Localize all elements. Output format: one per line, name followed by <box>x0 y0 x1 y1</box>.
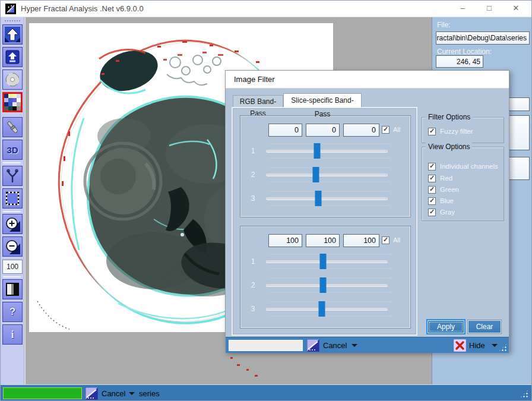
blue-checkbox[interactable] <box>428 197 436 205</box>
hide-label[interactable]: Hide <box>469 341 485 350</box>
disc-icon <box>5 72 20 87</box>
palette-swatch <box>4 106 8 110</box>
minimize-button[interactable]: – <box>449 1 476 17</box>
palette-swatch <box>8 102 12 106</box>
statusbar-cancel-dropdown-icon[interactable] <box>129 392 135 395</box>
low-value-1-field[interactable]: 0 <box>268 124 302 137</box>
high-slider-1[interactable] <box>266 254 388 269</box>
high-slider-1-thumb[interactable] <box>320 254 327 269</box>
maximize-button[interactable]: □ <box>476 1 503 17</box>
file-path-field[interactable]: Fractal\bin\Debug\Data\series <box>436 31 530 45</box>
toolbar-separator <box>3 211 21 212</box>
low-slider-1-thumb[interactable] <box>314 143 321 159</box>
dialog-resize-grip[interactable] <box>498 343 508 352</box>
palette-filter-button-selected[interactable] <box>2 92 23 112</box>
apply-button[interactable]: Apply <box>428 320 464 333</box>
high-slider-2-thumb[interactable] <box>320 277 327 293</box>
help-button[interactable]: ? <box>2 302 23 322</box>
high-value-2-field[interactable]: 100 <box>306 234 340 247</box>
slider-track <box>266 150 388 152</box>
selection-marquee-icon <box>5 191 20 206</box>
red-checkbox[interactable] <box>428 175 436 182</box>
dialog-title-bar[interactable]: Image Filter <box>226 71 509 89</box>
selection-button[interactable] <box>2 188 23 209</box>
image-artifact <box>255 375 258 377</box>
high-slider-3-label: 3 <box>249 305 256 313</box>
high-slider-2[interactable] <box>266 277 388 293</box>
fuzzy-filter-label: Fuzzy filter <box>440 128 473 135</box>
high-slider-3-thumb[interactable] <box>319 301 325 317</box>
current-location-label: Current Location: <box>437 48 492 56</box>
tab-rgb-band-pass[interactable]: RGB Band-Pass <box>233 95 283 108</box>
contrast-icon <box>5 282 20 297</box>
cancel-task-icon[interactable] <box>86 387 98 400</box>
slider-track <box>266 284 388 286</box>
title-bar: Hyper Fractal Analysis .Net v6.9.0.0 – □… <box>1 1 532 17</box>
low-slider-2[interactable] <box>266 167 388 182</box>
filter-options-group: Filter Options Fuzzy filter <box>422 117 504 143</box>
export-slice-button[interactable] <box>2 47 23 67</box>
toolbar-grip[interactable] <box>4 20 21 22</box>
3d-view-button[interactable]: 3D <box>2 140 23 160</box>
green-checkbox[interactable] <box>428 186 436 194</box>
high-slider-3[interactable] <box>266 301 388 317</box>
contrast-button[interactable] <box>2 279 23 299</box>
gray-label: Gray <box>440 209 455 216</box>
tab-slice-specific-band-pass[interactable]: Slice-specific Band-Pass <box>283 93 362 108</box>
high-value-3-field[interactable]: 100 <box>343 234 379 247</box>
low-slider-2-label: 2 <box>249 170 256 179</box>
navigate-up-button[interactable] <box>2 24 23 45</box>
individual-channels-checkbox[interactable] <box>428 163 436 170</box>
high-all-checkbox[interactable] <box>382 236 390 244</box>
palette-swatch <box>12 94 17 98</box>
series-label: series <box>139 389 160 398</box>
slider-tick <box>270 167 392 168</box>
clear-button[interactable]: Clear <box>468 320 501 333</box>
dialog-cancel-dropdown-icon[interactable] <box>352 344 357 347</box>
zoom-percent-field[interactable]: 100 <box>2 260 23 274</box>
slider-tick <box>270 181 392 182</box>
info-button[interactable]: i <box>2 324 23 345</box>
3d-icon: 3D <box>7 145 18 155</box>
dialog-cancel-icon[interactable] <box>307 339 319 352</box>
close-button[interactable]: ✕ <box>502 1 530 17</box>
brush-button[interactable] <box>2 117 23 137</box>
zoom-in-button[interactable] <box>2 214 23 234</box>
low-all-label: All <box>393 126 400 133</box>
image-filter-dialog: Image Filter RGB Band-Pass Slice-specifi… <box>225 70 509 352</box>
gray-checkbox[interactable] <box>428 209 436 216</box>
disc-button[interactable] <box>2 70 23 90</box>
dialog-cancel-label[interactable]: Cancel <box>323 341 347 350</box>
low-slider-3-thumb[interactable] <box>315 191 322 206</box>
hide-x-icon[interactable] <box>454 339 466 352</box>
export-icon <box>5 49 20 65</box>
current-location-field[interactable]: 246, 45 <box>436 55 483 68</box>
slider-tick <box>270 315 392 317</box>
high-value-1-field[interactable]: 100 <box>268 234 302 247</box>
low-slider-1[interactable] <box>266 143 388 159</box>
slider-tick <box>270 254 392 255</box>
dialog-title: Image Filter <box>234 75 275 84</box>
palette-swatch <box>12 102 17 106</box>
low-slider-3[interactable] <box>266 191 388 206</box>
low-slider-2-thumb[interactable] <box>313 167 319 182</box>
low-value-3-field[interactable]: 0 <box>343 124 379 137</box>
low-band-group: 0 0 0 All 1 2 3 <box>240 115 411 217</box>
slider-tick <box>270 301 392 302</box>
palette-swatch <box>17 94 21 98</box>
slider-tick <box>270 277 392 279</box>
low-all-checkbox[interactable] <box>382 126 390 134</box>
slider-tick <box>270 143 392 144</box>
toolbar-separator <box>3 162 21 163</box>
slider-track <box>266 173 388 176</box>
zoom-out-button[interactable] <box>2 236 23 257</box>
image-artifact <box>230 357 233 359</box>
hide-dropdown-icon[interactable] <box>492 344 498 347</box>
fuzzy-filter-checkbox[interactable] <box>428 128 436 135</box>
high-slider-1-label: 1 <box>249 257 256 266</box>
statusbar-cancel-label[interactable]: Cancel <box>102 389 125 398</box>
low-value-2-field[interactable]: 0 <box>306 124 340 137</box>
window-resize-grip[interactable] <box>520 389 529 399</box>
branch-analysis-button[interactable] <box>2 166 23 186</box>
slider-tick <box>270 268 392 269</box>
